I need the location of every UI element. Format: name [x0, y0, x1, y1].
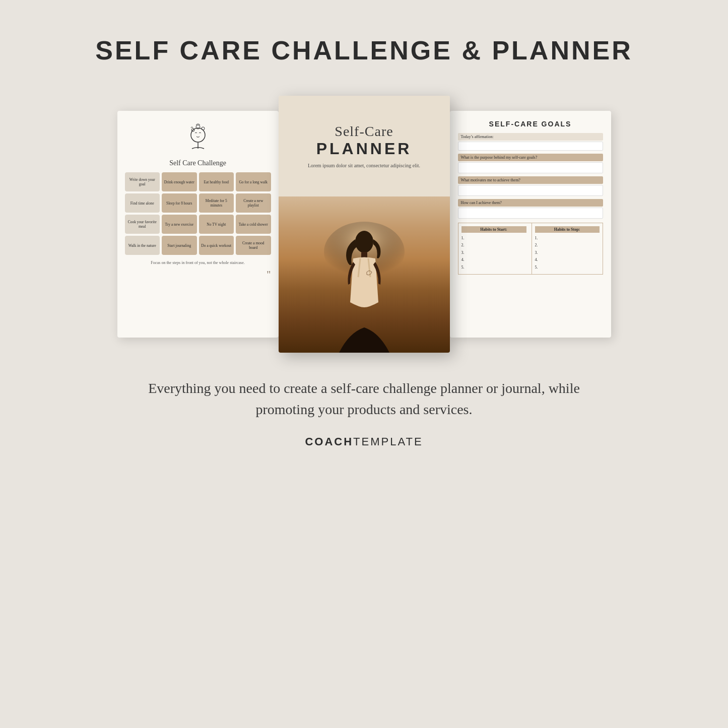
- habits-stop-3: 3.: [535, 249, 600, 256]
- habits-start-5: 5.: [461, 264, 526, 271]
- habits-stop-label: Habits to Stop:: [535, 226, 600, 233]
- cell-2: Eat healthy food: [199, 172, 234, 191]
- habits-start-1: 1.: [461, 235, 526, 242]
- brand-template: TEMPLATE: [353, 435, 423, 448]
- question-row-2: How can I achieve them?: [458, 199, 603, 219]
- habits-start-4: 4.: [461, 256, 526, 263]
- cell-9: Try a new exercise: [162, 215, 197, 234]
- habits-stop-col: Habits to Stop: 1. 2. 3. 4. 5.: [532, 223, 603, 274]
- habits-stop-5: 5.: [535, 264, 600, 271]
- brand: COACHTEMPLATE: [305, 435, 423, 448]
- woman-silhouette-icon: [314, 212, 415, 353]
- cell-0: Write down your goal: [125, 172, 160, 191]
- card-challenge: Self Care Challenge Write down your goal…: [117, 111, 279, 338]
- habits-stop-1: 1.: [535, 235, 600, 242]
- question-input-0: [458, 162, 603, 173]
- planner-description: Lorem ipsum dolor sit amet, consectetur …: [308, 162, 420, 169]
- cell-6: Meditate for 5 minutes: [199, 193, 234, 213]
- cell-10: No TV night: [199, 215, 234, 234]
- planner-top: Self-Care PLANNER Lorem ipsum dolor sit …: [279, 96, 450, 196]
- cell-15: Create a mood board: [236, 236, 271, 255]
- cell-12: Walk in the nature: [125, 236, 160, 255]
- cell-14: Do a quick workout: [199, 236, 234, 255]
- brand-coach: COACH: [305, 435, 353, 448]
- challenge-title: Self Care Challenge: [125, 159, 271, 167]
- question-label-2: How can I achieve them?: [458, 199, 603, 207]
- quote-text: Focus on the steps in front of you, not …: [151, 260, 244, 265]
- planner-bold-title: PLANNER: [316, 140, 412, 158]
- face-icon: [183, 121, 213, 156]
- habits-start-col: Habits to Start: 1. 2. 3. 4. 5.: [458, 223, 530, 274]
- photo-background: [279, 196, 450, 353]
- question-row-0: What is the purpose behind my self-care …: [458, 154, 603, 173]
- affirmation-row: Today’s affirmation:: [458, 133, 603, 151]
- habits-stop-4: 4.: [535, 256, 600, 263]
- goals-title: SELF-CARE GOALS: [458, 120, 603, 128]
- footer-description: Everything you need to create a self-car…: [87, 378, 641, 420]
- cell-13: Start journaling: [162, 236, 197, 255]
- habits-start-label: Habits to Start:: [461, 226, 526, 233]
- svg-point-4: [196, 125, 200, 129]
- affirmation-label: Today’s affirmation:: [458, 133, 603, 141]
- habits-stop-list: 1. 2. 3. 4. 5.: [535, 235, 600, 271]
- habits-stop-2: 2.: [535, 242, 600, 249]
- quote-section: Focus on the steps in front of you, not …: [125, 260, 271, 282]
- cards-row: Self Care Challenge Write down your goal…: [0, 96, 728, 353]
- svg-point-3: [202, 127, 205, 130]
- quote-mark: ": [125, 268, 271, 282]
- habits-start-list: 1. 2. 3. 4. 5.: [461, 235, 526, 271]
- cell-11: Take a cold shower: [236, 215, 271, 234]
- card-planner: Self-Care PLANNER Lorem ipsum dolor sit …: [279, 96, 450, 353]
- cell-1: Drink enough water: [162, 172, 197, 191]
- cell-8: Cook your favorite meal: [125, 215, 160, 234]
- question-label-0: What is the purpose behind my self-care …: [458, 154, 603, 161]
- cell-7: Create a new playlist: [236, 193, 271, 213]
- question-label-1: What motivates me to achieve them?: [458, 176, 603, 184]
- affirmation-input-field: [458, 142, 603, 151]
- question-input-1: [458, 185, 603, 196]
- card-goals: SELF-CARE GOALS Today’s affirmation: Wha…: [450, 111, 611, 338]
- habits-section: Habits to Start: 1. 2. 3. 4. 5. Habits t…: [458, 223, 603, 275]
- habits-start-2: 2.: [461, 242, 526, 249]
- page-title: SELF CARE CHALLENGE & PLANNER: [95, 35, 632, 65]
- cell-5: Sleep for 8 hours: [162, 193, 197, 213]
- svg-point-6: [355, 231, 373, 253]
- question-row-1: What motivates me to achieve them?: [458, 176, 603, 196]
- challenge-grid: Write down your goal Drink enough water …: [125, 172, 271, 255]
- question-input-2: [458, 208, 603, 219]
- planner-photo: [279, 196, 450, 353]
- habits-start-3: 3.: [461, 249, 526, 256]
- cell-3: Go for a long walk: [236, 172, 271, 191]
- planner-script-title: Self-Care: [335, 123, 393, 140]
- cell-4: Find time alone: [125, 193, 160, 213]
